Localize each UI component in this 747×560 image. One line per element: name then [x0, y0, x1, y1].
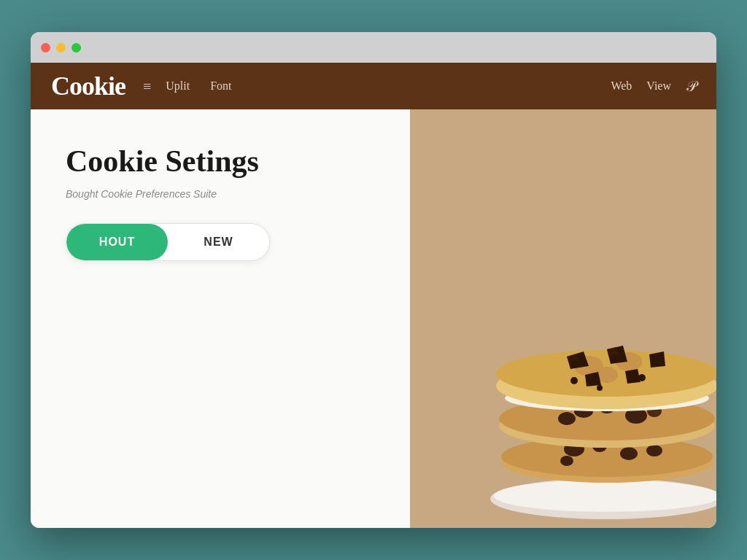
svg-point-5 — [620, 447, 638, 460]
nav-links: Uplit Font — [166, 79, 611, 93]
svg-point-1 — [494, 480, 716, 512]
nav-link-font[interactable]: Font — [210, 79, 231, 93]
toggle-hout-button[interactable]: HOUT — [66, 224, 168, 260]
page-subtitle: Bought Cookie Preferences Suite — [66, 188, 375, 200]
svg-point-15 — [558, 412, 576, 425]
right-panel — [410, 109, 716, 528]
main-content: Cookie Setings Bought Cookie Preferences… — [31, 109, 716, 528]
svg-point-31 — [597, 385, 603, 391]
traffic-light-green[interactable] — [71, 43, 81, 52]
nav-link-web[interactable]: Web — [611, 79, 632, 93]
left-panel: Cookie Setings Bought Cookie Preferences… — [31, 109, 410, 528]
traffic-light-red[interactable] — [41, 43, 50, 52]
svg-point-7 — [646, 445, 662, 456]
nav-link-view[interactable]: View — [646, 79, 671, 93]
browser-window: Cookie ≡ Uplit Font Web View 𝒫 Cookie Se… — [31, 32, 716, 528]
browser-content: Cookie ≡ Uplit Font Web View 𝒫 Cookie Se… — [31, 63, 716, 528]
page-title: Cookie Setings — [66, 144, 375, 178]
svg-point-29 — [570, 377, 578, 384]
cookie-illustration — [461, 192, 716, 528]
browser-titlebar — [31, 32, 716, 63]
nav-link-uplit[interactable]: Uplit — [166, 79, 190, 93]
site-logo: Cookie — [51, 71, 125, 101]
nav-right: Web View 𝒫 — [611, 78, 696, 95]
svg-point-8 — [560, 456, 573, 466]
cookie-svg — [461, 192, 716, 528]
toggle-group: HOUT NEW — [66, 223, 270, 261]
toggle-new-button[interactable]: NEW — [168, 224, 269, 260]
traffic-light-yellow[interactable] — [56, 43, 66, 52]
nav-extra-icon[interactable]: 𝒫 — [686, 78, 696, 95]
navbar: Cookie ≡ Uplit Font Web View 𝒫 — [31, 63, 716, 109]
hamburger-icon[interactable]: ≡ — [143, 78, 151, 95]
svg-point-30 — [638, 374, 646, 381]
